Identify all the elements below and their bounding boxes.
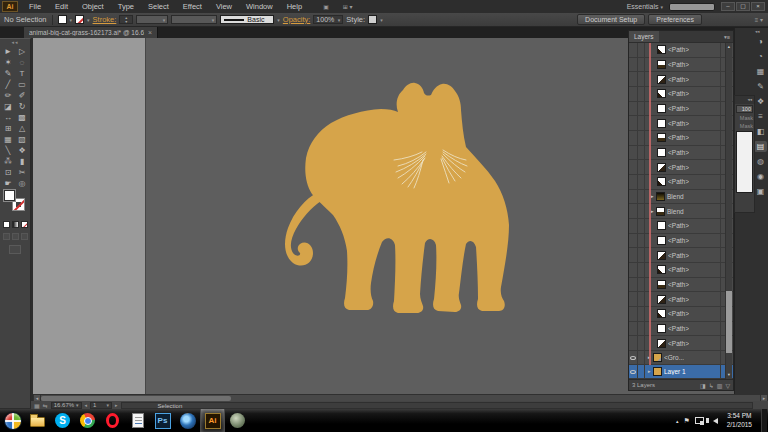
tool-selection[interactable]: ► xyxy=(1,46,15,57)
fill-swatch[interactable] xyxy=(58,15,67,24)
layer-label[interactable]: <Path> xyxy=(668,237,689,244)
layer-row[interactable]: ► <Path> xyxy=(629,175,733,190)
layer-label[interactable]: <Path> xyxy=(668,105,689,112)
layer-row[interactable]: ► <Path> xyxy=(629,146,733,161)
gradient-button[interactable] xyxy=(12,221,19,228)
tool-symbol-sprayer[interactable]: ⁂ xyxy=(1,156,15,167)
dock-icon-symbols[interactable]: ❖ xyxy=(754,96,767,107)
dock-icon-graphic-styles[interactable]: ▣ xyxy=(754,186,767,197)
lock-cell[interactable] xyxy=(638,146,645,160)
menu-item-edit[interactable]: Edit xyxy=(48,0,75,13)
visibility-cell[interactable] xyxy=(629,351,638,364)
tool-magic-wand[interactable]: ✶ xyxy=(1,57,15,68)
layer-label[interactable]: <Path> xyxy=(668,296,689,303)
lock-cell[interactable] xyxy=(638,102,645,116)
variable-width-select[interactable]: ▾ xyxy=(171,15,217,24)
dock-icon-layers[interactable]: ▤ xyxy=(754,141,767,152)
network-icon[interactable] xyxy=(695,417,704,425)
artboard-nav-select[interactable]: 1▾ xyxy=(90,402,112,409)
lock-cell[interactable] xyxy=(638,175,645,189)
tool-mesh[interactable]: ▦ xyxy=(1,134,15,145)
layer-row[interactable]: ► <Path> xyxy=(629,72,733,87)
taskbar-app-chrome[interactable] xyxy=(75,409,100,432)
chevron-down-icon[interactable]: ▾ xyxy=(87,17,90,23)
document-tab[interactable]: animal-big-cat-grass-162173.ai* @ 16.67%… xyxy=(24,27,158,38)
taskbar-app-opera[interactable] xyxy=(100,409,125,432)
lock-cell[interactable] xyxy=(638,43,645,57)
layer-row[interactable]: ► <Path> xyxy=(629,336,733,351)
tool-free-transform[interactable]: ▩ xyxy=(15,112,29,123)
visibility-cell[interactable] xyxy=(629,248,638,262)
chevron-down-icon[interactable]: ▾ xyxy=(277,17,280,23)
menu-item-object[interactable]: Object xyxy=(75,0,111,13)
layer-row[interactable]: ► <Path> xyxy=(629,307,733,322)
lock-cell[interactable] xyxy=(638,322,645,336)
layer-row[interactable]: ► <Path> xyxy=(629,43,733,58)
visibility-cell[interactable] xyxy=(629,219,638,233)
tool-gradient[interactable]: ▧ xyxy=(15,134,29,145)
layer-row[interactable]: ► <Path> xyxy=(629,219,733,234)
tool-eyedropper[interactable]: ╲ xyxy=(1,145,15,156)
dock-icon-color[interactable]: ◑ xyxy=(754,36,767,47)
visibility-cell[interactable] xyxy=(629,102,638,116)
draw-behind-button[interactable] xyxy=(12,233,19,240)
window-button-restore[interactable]: ▢ xyxy=(736,2,750,11)
visibility-cell[interactable] xyxy=(629,175,638,189)
visibility-cell[interactable] xyxy=(629,72,638,86)
preferences-button[interactable]: Preferences xyxy=(648,14,702,25)
visibility-cell[interactable] xyxy=(629,234,638,248)
tool-rotate[interactable]: ↻ xyxy=(15,101,29,112)
close-tab-icon[interactable]: × xyxy=(148,29,152,36)
visibility-cell[interactable] xyxy=(629,190,638,204)
visibility-cell[interactable] xyxy=(629,278,638,292)
tool-perspective-grid[interactable]: △ xyxy=(15,123,29,134)
screen-mode-button[interactable] xyxy=(9,245,21,254)
prev-artboard-icon[interactable]: ◂ xyxy=(85,402,88,408)
layer-row[interactable]: ► <Path> xyxy=(629,116,733,131)
scroll-up-icon[interactable]: ▴ xyxy=(726,43,732,51)
layer-row[interactable]: ► <Path> xyxy=(629,248,733,263)
layer-label[interactable]: <Path> xyxy=(668,46,689,53)
tool-line-segment[interactable]: ╱ xyxy=(1,79,15,90)
taskbar-app-firefox[interactable] xyxy=(175,409,200,432)
lock-cell[interactable] xyxy=(638,204,645,218)
layer-row[interactable]: ► <Path> xyxy=(629,58,733,73)
panel-menu-icon[interactable]: ▾≡ xyxy=(724,34,733,42)
panel-options-icon[interactable]: ≡ ▾ xyxy=(755,16,763,23)
tool-scale[interactable]: ↔ xyxy=(1,112,15,123)
menu-item-select[interactable]: Select xyxy=(141,0,176,13)
style-swatch[interactable] xyxy=(368,15,377,24)
cat-tail[interactable] xyxy=(285,192,321,266)
panel-collapse-icon[interactable]: ◂◂ xyxy=(735,96,754,104)
tool-pen[interactable]: ✎ xyxy=(1,68,15,79)
opacity-select[interactable]: 100%▾ xyxy=(313,15,343,24)
tool-slice[interactable]: ✂ xyxy=(15,167,29,178)
panel-collapse-icon[interactable]: ◂◂ xyxy=(0,39,30,46)
tool-artboard[interactable]: ⊡ xyxy=(1,167,15,178)
search-input[interactable] xyxy=(669,3,715,11)
lock-cell[interactable] xyxy=(638,365,645,378)
visibility-cell[interactable] xyxy=(629,292,638,306)
visibility-cell[interactable] xyxy=(629,365,638,378)
expand-triangle-icon[interactable]: ► xyxy=(647,369,651,374)
expand-triangle-icon[interactable]: ► xyxy=(650,209,654,214)
layer-row[interactable]: ► Blend xyxy=(629,204,733,219)
visibility-cell[interactable] xyxy=(629,146,638,160)
layer-row[interactable]: ► <Path> xyxy=(629,131,733,146)
horizontal-scrollbar[interactable]: ◂ ▸ xyxy=(33,394,768,401)
lock-cell[interactable] xyxy=(638,219,645,233)
visibility-cell[interactable] xyxy=(629,58,638,72)
arrange-documents-icon[interactable]: ⊞ ▾ xyxy=(343,3,353,10)
lock-cell[interactable] xyxy=(638,278,645,292)
tool-pencil[interactable]: ✐ xyxy=(15,90,29,101)
layers-button-new-layer[interactable]: ▥ xyxy=(717,382,723,389)
layer-label[interactable]: <Path> xyxy=(668,120,689,127)
stroke-swatch[interactable] xyxy=(75,15,84,24)
chevron-down-icon[interactable]: ▾ xyxy=(380,17,383,23)
lock-cell[interactable] xyxy=(638,190,645,204)
layer-label[interactable]: Blend xyxy=(667,193,684,200)
dock-icon-stroke[interactable]: ≡ xyxy=(754,111,767,122)
tab-layers[interactable]: Layers xyxy=(629,31,659,42)
visibility-cell[interactable] xyxy=(629,307,638,321)
visibility-cell[interactable] xyxy=(629,160,638,174)
